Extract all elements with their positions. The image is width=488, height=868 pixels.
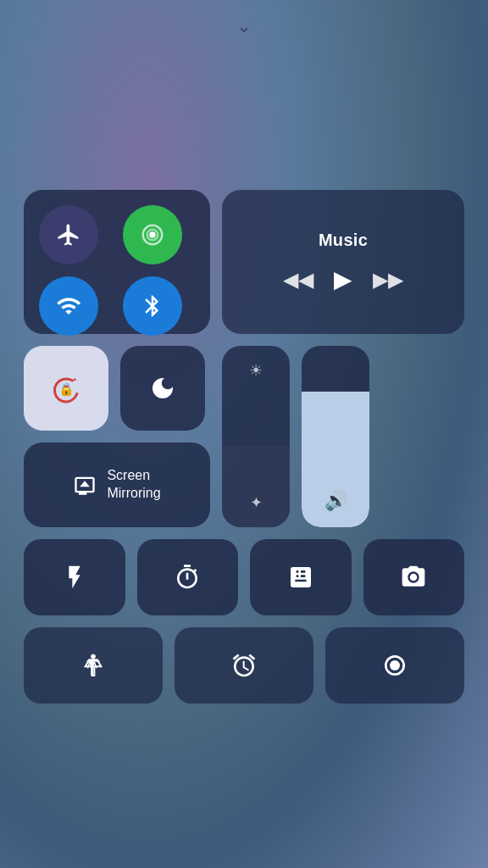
music-tile[interactable]: Music ◀◀ ▶ ▶▶ bbox=[222, 190, 464, 334]
control-center: Music ◀◀ ▶ ▶▶ 🔒 bbox=[24, 190, 464, 704]
flashlight-icon bbox=[61, 564, 88, 591]
svg-point-0 bbox=[149, 231, 156, 238]
music-title: Music bbox=[319, 231, 368, 250]
volume-slider[interactable]: 🔊 bbox=[302, 346, 369, 527]
play-button[interactable]: ▶ bbox=[334, 265, 352, 293]
row-4 bbox=[24, 627, 464, 704]
svg-point-5 bbox=[390, 660, 400, 670]
svg-text:🔒: 🔒 bbox=[58, 381, 75, 397]
alarm-icon bbox=[230, 652, 258, 679]
sliders-column: ☀ ✦ 🔊 bbox=[222, 346, 369, 527]
screen-record-icon bbox=[381, 652, 408, 679]
camera-icon bbox=[400, 564, 427, 591]
screen-mirroring-icon bbox=[73, 473, 97, 497]
drag-indicator[interactable]: ⌄ bbox=[236, 15, 252, 37]
row-3 bbox=[24, 539, 464, 615]
rotation-lock-icon: 🔒 bbox=[51, 373, 81, 403]
forward-button[interactable]: ▶▶ bbox=[373, 268, 403, 292]
row-2: 🔒 ScreenMirroring bbox=[24, 346, 464, 527]
cellular-icon bbox=[140, 222, 165, 248]
music-controls: ◀◀ ▶ ▶▶ bbox=[283, 265, 403, 293]
airplane-icon bbox=[56, 222, 81, 248]
wifi-icon bbox=[56, 293, 81, 319]
screen-record-button[interactable] bbox=[325, 627, 464, 704]
brightness-bottom-icon: ✦ bbox=[250, 493, 263, 512]
bluetooth-icon bbox=[140, 293, 165, 319]
do-not-disturb-button[interactable] bbox=[120, 346, 205, 431]
calculator-button[interactable] bbox=[250, 539, 352, 615]
left-column: 🔒 ScreenMirroring bbox=[24, 346, 210, 527]
moon-icon bbox=[149, 375, 176, 402]
alarm-button[interactable] bbox=[175, 627, 313, 704]
bluetooth-button[interactable] bbox=[123, 276, 182, 336]
row-1: Music ◀◀ ▶ ▶▶ bbox=[24, 190, 464, 334]
camera-button[interactable] bbox=[363, 539, 465, 615]
screen-mirroring-button[interactable]: ScreenMirroring bbox=[24, 442, 210, 527]
volume-icon: 🔊 bbox=[324, 490, 347, 512]
brightness-slider[interactable]: ☀ ✦ bbox=[222, 346, 290, 527]
timer-button[interactable] bbox=[137, 539, 239, 615]
rotation-lock-button[interactable]: 🔒 bbox=[24, 346, 108, 431]
accessibility-button[interactable] bbox=[24, 627, 163, 704]
airplane-mode-button[interactable] bbox=[39, 205, 98, 264]
top-row-2: 🔒 bbox=[24, 346, 210, 431]
connectivity-tile bbox=[24, 190, 210, 334]
screen-mirroring-label: ScreenMirroring bbox=[107, 467, 160, 503]
wifi-button[interactable] bbox=[39, 276, 98, 336]
brightness-top-icon: ☀ bbox=[249, 361, 263, 380]
flashlight-button[interactable] bbox=[24, 539, 125, 615]
calculator-icon bbox=[287, 564, 314, 591]
timer-icon bbox=[174, 564, 201, 591]
accessibility-icon bbox=[80, 652, 107, 679]
svg-point-2 bbox=[410, 574, 418, 581]
cellular-button[interactable] bbox=[123, 205, 182, 264]
rewind-button[interactable]: ◀◀ bbox=[283, 268, 313, 292]
